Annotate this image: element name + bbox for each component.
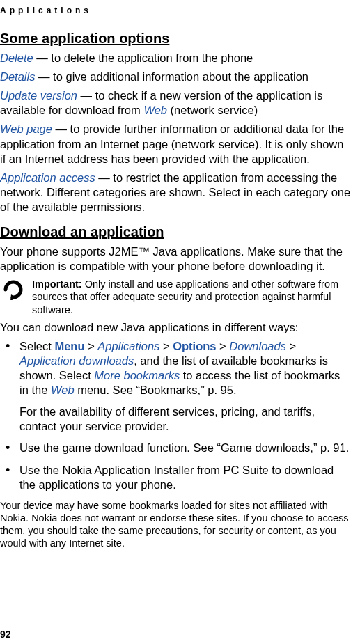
desc-delete: — to delete the application from the pho… [33, 52, 253, 64]
option-update-version: Update version — to check if a new versi… [0, 88, 352, 118]
section-heading-options: Some application options [0, 31, 352, 47]
desc-details: — to give additional information about t… [35, 70, 308, 83]
list-item: Use the game download function. See “Gam… [19, 441, 352, 455]
important-text-block: Important: Only install and use applicat… [32, 278, 352, 315]
important-icon [1, 278, 25, 315]
link-web-1: Web [143, 104, 167, 116]
download-intro: Your phone supports J2ME™ Java applicati… [0, 244, 352, 274]
list-item: Use the Nokia Application Installer from… [19, 463, 352, 492]
page-number: 92 [0, 629, 11, 640]
section-heading-download: Download an application [0, 224, 352, 240]
sep3: > [216, 340, 229, 352]
downloads-link: Downloads [229, 340, 286, 352]
b1-pre: Select [19, 340, 54, 352]
download-methods-list: Select Menu > Applications > Options > D… [0, 339, 352, 492]
fineprint-disclaimer: Your device may have some bookmarks load… [0, 499, 352, 550]
term-app-access: Application access [0, 171, 95, 184]
option-web-page: Web page — to provide further informatio… [0, 122, 352, 166]
term-update-version: Update version [0, 89, 77, 102]
list-item: Select Menu > Applications > Options > D… [19, 339, 352, 434]
web-link-2: Web [51, 384, 75, 396]
term-delete: Delete [0, 52, 33, 64]
option-delete: Delete — to delete the application from … [0, 51, 352, 65]
app-downloads-link: Application downloads [19, 354, 134, 367]
desc-web-page: — to provide further information or addi… [0, 123, 344, 164]
term-details: Details [0, 70, 35, 83]
more-bookmarks-link: More bookmarks [94, 369, 180, 382]
term-web-page: Web page [0, 123, 52, 135]
b1-subnote: For the availability of different servic… [19, 405, 352, 434]
option-app-access: Application access — to restrict the app… [0, 171, 352, 214]
sep2: > [159, 340, 173, 352]
important-note: Important: Only install and use applicat… [1, 278, 352, 315]
download-lead: You can download new Java applications i… [0, 320, 352, 335]
desc-update-b: (network service) [167, 104, 258, 116]
sep1: > [85, 340, 98, 352]
important-label: Important: [32, 278, 82, 290]
options-link: Options [173, 340, 216, 352]
b1-end: menu. See “Bookmarks,” p. 95. [75, 384, 237, 396]
chapter-header: Applications [0, 6, 352, 15]
sep4: > [286, 340, 296, 352]
applications-link: Applications [97, 340, 159, 352]
menu-link: Menu [54, 340, 84, 352]
option-details: Details — to give additional information… [0, 70, 352, 84]
